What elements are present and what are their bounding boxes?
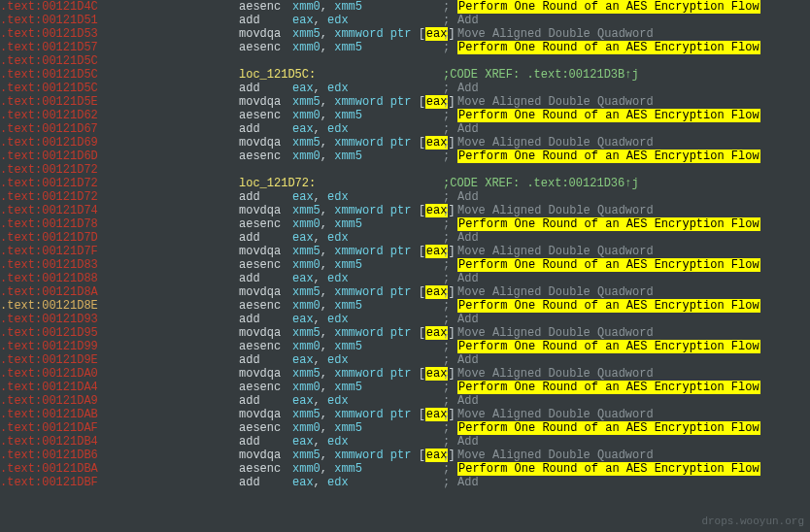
semicolon: ; xyxy=(443,476,457,489)
register: xmm0 xyxy=(292,340,321,353)
comment-text: Add xyxy=(457,122,479,136)
disasm-row[interactable]: .text:00121D51addeax, edx;Add xyxy=(0,14,810,27)
register: edx xyxy=(327,231,349,245)
disasm-row[interactable]: .text:00121DA9addeax, edx;Add xyxy=(0,394,810,408)
disasm-row[interactable]: .text:00121DA0movdqaxmm5, xmmword ptr [e… xyxy=(0,367,810,381)
operands: eax, edx xyxy=(292,231,443,245)
comment-text: Perform One Round of an AES Encryption F… xyxy=(457,258,760,272)
semicolon: ; xyxy=(443,421,457,435)
up-arrow-icon: ↑j xyxy=(624,177,638,190)
operands: eax, edx xyxy=(292,82,443,95)
mnemonic: movdqa xyxy=(239,326,292,340)
disasm-row[interactable]: .text:00121DB4addeax, edx;Add xyxy=(0,435,810,449)
register: xmm5 xyxy=(334,421,362,435)
semicolon: ; xyxy=(443,245,457,258)
register: xmm5 xyxy=(334,258,362,272)
mnemonic: aesenc xyxy=(239,258,292,272)
disasm-row[interactable]: .text:00121D8Eaesencxmm0, xmm5;Perform O… xyxy=(0,299,810,313)
disasm-row[interactable]: .text:00121D83aesencxmm0, xmm5;Perform O… xyxy=(0,258,810,272)
register: edx xyxy=(327,313,349,326)
disasm-row[interactable]: .text:00121D7Fmovdqaxmm5, xmmword ptr [e… xyxy=(0,245,810,258)
operands: xmm0, xmm5 xyxy=(292,340,443,353)
disasm-row[interactable]: .text:00121D57aesencxmm0, xmm5;Perform O… xyxy=(0,41,810,54)
address-label: .text:00121D95 xyxy=(0,326,185,340)
mnemonic: add xyxy=(239,190,292,204)
register: eax xyxy=(292,122,314,136)
mnemonic: add xyxy=(239,353,292,367)
register: xmm0 xyxy=(292,381,321,394)
address-label: .text:00121D74 xyxy=(0,204,185,217)
register: xmmword xyxy=(334,136,383,150)
register: ptr xyxy=(390,204,412,217)
xref-label[interactable]: CODE XREF: .text:00121D36 xyxy=(450,177,624,190)
register: xmm5 xyxy=(334,299,362,313)
disasm-row[interactable]: .text:00121DAFaesencxmm0, xmm5;Perform O… xyxy=(0,421,810,435)
disasm-row[interactable]: .text:00121D9Eaddeax, edx;Add xyxy=(0,353,810,367)
location-label[interactable]: loc_121D5C: xyxy=(239,68,443,82)
disasm-row[interactable]: .text:00121D78aesencxmm0, xmm5;Perform O… xyxy=(0,217,810,231)
mnemonic: add xyxy=(239,313,292,326)
comment-text: Perform One Round of an AES Encryption F… xyxy=(457,109,760,122)
comment-text: Perform One Round of an AES Encryption F… xyxy=(457,41,760,54)
mnemonic: aesenc xyxy=(239,41,292,54)
disasm-row[interactable]: .text:00121D72loc_121D72:; CODE XREF: .t… xyxy=(0,177,810,190)
register: xmm0 xyxy=(292,462,321,476)
disasm-row[interactable]: .text:00121D67addeax, edx;Add xyxy=(0,122,810,136)
semicolon: ; xyxy=(443,258,457,272)
semicolon: ; xyxy=(443,367,457,381)
disasm-row[interactable]: .text:00121D53movdqaxmm5, xmmword ptr [e… xyxy=(0,27,810,41)
disasm-row[interactable]: .text:00121D93addeax, edx;Add xyxy=(0,313,810,326)
mnemonic: add xyxy=(239,272,292,285)
operands: xmm0, xmm5 xyxy=(292,299,443,313)
semicolon: ; xyxy=(443,381,457,394)
operands: eax, edx xyxy=(292,272,443,285)
address-label: .text:00121DA0 xyxy=(0,367,185,381)
comment-text: Move Aligned Double Quadword xyxy=(457,449,654,462)
operands: xmm0, xmm5 xyxy=(292,381,443,394)
register: edx xyxy=(327,190,349,204)
semicolon: ; xyxy=(443,41,457,54)
disasm-row[interactable]: .text:00121DBAaesencxmm0, xmm5;Perform O… xyxy=(0,462,810,476)
register: ptr xyxy=(390,27,412,41)
semicolon: ; xyxy=(443,0,457,14)
disasm-row[interactable]: .text:00121D95movdqaxmm5, xmmword ptr [e… xyxy=(0,326,810,340)
disasm-row[interactable]: .text:00121D72addeax, edx;Add xyxy=(0,190,810,204)
disasm-row[interactable]: .text:00121D8Amovdqaxmm5, xmmword ptr [e… xyxy=(0,285,810,299)
comment-text: Move Aligned Double Quadword xyxy=(457,285,654,299)
register: xmmword xyxy=(334,95,383,109)
register: eax xyxy=(292,14,314,27)
xref-label[interactable]: CODE XREF: .text:00121D3B xyxy=(450,68,624,82)
address-label: .text:00121D83 xyxy=(0,258,185,272)
disasm-row[interactable]: .text:00121D4Caesencxmm0, xmm5;Perform O… xyxy=(0,0,810,14)
disasm-row[interactable]: .text:00121D7Daddeax, edx;Add xyxy=(0,231,810,245)
disasm-row[interactable]: .text:00121D62aesencxmm0, xmm5;Perform O… xyxy=(0,109,810,122)
disasm-row[interactable]: .text:00121DABmovdqaxmm5, xmmword ptr [e… xyxy=(0,408,810,421)
disasm-row[interactable]: .text:00121D69movdqaxmm5, xmmword ptr [e… xyxy=(0,136,810,150)
disasm-row[interactable]: .text:00121D5Cloc_121D5C:; CODE XREF: .t… xyxy=(0,68,810,82)
disasm-row[interactable]: .text:00121D5Emovdqaxmm5, xmmword ptr [e… xyxy=(0,95,810,109)
comment-text: Add xyxy=(457,14,479,27)
register: xmm5 xyxy=(292,136,321,150)
disasm-row[interactable]: .text:00121DA4aesencxmm0, xmm5;Perform O… xyxy=(0,381,810,394)
disasm-row[interactable]: .text:00121D5Caddeax, edx;Add xyxy=(0,82,810,95)
mnemonic: aesenc xyxy=(239,217,292,231)
register: ptr xyxy=(390,449,412,462)
address-label: .text:00121D5C xyxy=(0,82,185,95)
comment-text: Perform One Round of an AES Encryption F… xyxy=(457,217,760,231)
mnemonic: add xyxy=(239,14,292,27)
disassembly-listing[interactable]: .text:00121D4Caesencxmm0, xmm5;Perform O… xyxy=(0,0,810,489)
disasm-row[interactable]: .text:00121DBFaddeax, edx;Add xyxy=(0,476,810,489)
disasm-row[interactable]: .text:00121D74movdqaxmm5, xmmword ptr [e… xyxy=(0,204,810,217)
disasm-row[interactable]: .text:00121DB6movdqaxmm5, xmmword ptr [e… xyxy=(0,449,810,462)
operands: xmm0, xmm5 xyxy=(292,150,443,163)
mnemonic: add xyxy=(239,435,292,449)
location-label[interactable]: loc_121D72: xyxy=(239,177,443,190)
disasm-row[interactable]: .text:00121D72 xyxy=(0,163,810,177)
disasm-row[interactable]: .text:00121D6Daesencxmm0, xmm5;Perform O… xyxy=(0,150,810,163)
semicolon: ; xyxy=(443,177,450,190)
address-label: .text:00121D62 xyxy=(0,109,185,122)
disasm-row[interactable]: .text:00121D88addeax, edx;Add xyxy=(0,272,810,285)
disasm-row[interactable]: .text:00121D5C xyxy=(0,54,810,68)
register: xmm5 xyxy=(292,95,321,109)
disasm-row[interactable]: .text:00121D99aesencxmm0, xmm5;Perform O… xyxy=(0,340,810,353)
